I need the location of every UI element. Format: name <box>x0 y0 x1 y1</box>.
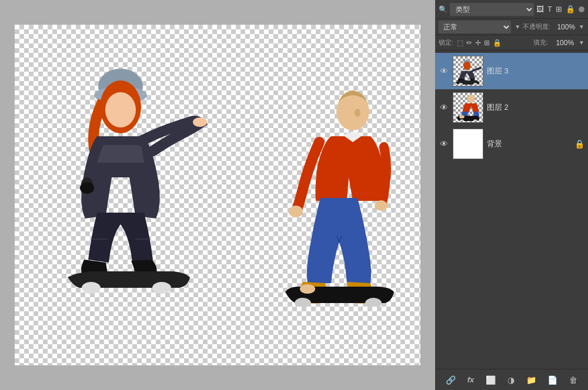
svg-point-11 <box>289 206 303 217</box>
layer-shape-filter-icon[interactable]: ⊞ <box>556 5 562 14</box>
svg-point-12 <box>375 200 387 211</box>
fill-label: 填充: <box>533 38 548 47</box>
fx-icon[interactable]: fx <box>465 373 477 386</box>
lock-paint-icon[interactable]: ✏ <box>466 39 472 47</box>
fill-value: 100% <box>552 39 574 47</box>
layer3-visibility-icon[interactable]: 👁 <box>439 66 449 76</box>
lock-row: 锁定: ⬚ ✏ ✛ ⊞ 🔒 填充: 100% ▼ <box>435 35 588 51</box>
layer-item-3[interactable]: 👁 图层 3 <box>435 53 588 89</box>
fill-arrow-icon: ▼ <box>579 39 584 46</box>
layers-panel: 🔍 类型 🖼 T ⊞ 🔒 正常 ▼ 不透明度: 100% ▼ 锁定: ⬚ ✏ ✛… <box>435 0 588 390</box>
blend-mode-select[interactable]: 正常 <box>439 21 511 33</box>
lock-label: 锁定: <box>439 38 453 47</box>
background-lock-icon: 🔒 <box>574 139 584 149</box>
group-layers-icon[interactable]: 📁 <box>524 373 539 387</box>
layer2-visibility-icon[interactable]: 👁 <box>439 102 449 113</box>
layers-bottom-toolbar: 🔗 fx ⬜ ◑ 📁 📄 🗑 <box>435 369 588 390</box>
layer-lock-filter-icon[interactable]: 🔒 <box>566 5 575 14</box>
opacity-arrow-icon: ▼ <box>579 23 584 30</box>
svg-point-4 <box>193 117 207 127</box>
adjustment-layer-icon[interactable]: ◑ <box>505 373 517 387</box>
layer-filter-dropdown[interactable]: 类型 <box>450 3 534 16</box>
lock-pixels-icon[interactable]: ⬚ <box>457 39 463 47</box>
lock-artboard-icon[interactable]: ⊞ <box>484 39 490 47</box>
lock-icons-group: ⬚ ✏ ✛ ⊞ 🔒 <box>457 39 502 47</box>
opacity-label: 不透明度: <box>523 22 550 31</box>
background-name: 背景 <box>487 139 571 149</box>
lock-move-icon[interactable]: ✛ <box>475 39 481 47</box>
layer2-thumbnail <box>453 92 483 123</box>
svg-point-6 <box>82 282 101 294</box>
layer-text-filter-icon[interactable]: T <box>547 5 552 14</box>
svg-point-7 <box>152 282 171 294</box>
layer-dot-icon <box>579 6 584 12</box>
layer3-thumbnail <box>453 56 483 86</box>
background-thumbnail <box>453 129 483 159</box>
blend-opacity-row: 正常 ▼ 不透明度: 100% ▼ <box>435 19 588 35</box>
layer2-name: 图层 2 <box>487 102 584 113</box>
svg-point-3 <box>105 92 136 127</box>
add-mask-icon[interactable]: ⬜ <box>483 373 498 387</box>
blend-arrow-icon: ▼ <box>514 23 520 30</box>
layers-list: 👁 图层 3 👁 <box>435 51 588 369</box>
layer-image-filter-icon[interactable]: 🖼 <box>536 5 544 14</box>
layer-item-2[interactable]: 👁 图层 2 <box>435 89 588 126</box>
svg-point-8 <box>80 182 94 194</box>
skater-girl-figure <box>44 54 209 307</box>
skater-man-figure <box>244 83 403 307</box>
layer-header-icons: 🖼 T ⊞ 🔒 <box>536 5 584 14</box>
canvas-area <box>0 0 435 390</box>
background-visibility-icon[interactable]: 👁 <box>439 139 449 149</box>
new-layer-icon[interactable]: 📄 <box>545 373 560 387</box>
svg-point-20 <box>467 95 475 103</box>
svg-point-23 <box>459 115 465 118</box>
svg-point-15 <box>300 284 315 294</box>
link-layers-icon[interactable]: 🔗 <box>443 373 458 387</box>
svg-point-10 <box>355 109 360 117</box>
layer3-name: 图层 3 <box>487 66 584 76</box>
delete-layer-icon[interactable]: 🗑 <box>567 373 580 387</box>
svg-point-17 <box>463 62 470 70</box>
opacity-value: 100% <box>553 23 575 31</box>
search-icon: 🔍 <box>439 5 447 14</box>
layers-search-bar: 🔍 类型 🖼 T ⊞ 🔒 <box>435 0 588 19</box>
lock-all-icon[interactable]: 🔒 <box>493 39 502 47</box>
layer-item-background[interactable]: 👁 背景 🔒 <box>435 126 588 162</box>
canvas-document <box>15 25 420 365</box>
